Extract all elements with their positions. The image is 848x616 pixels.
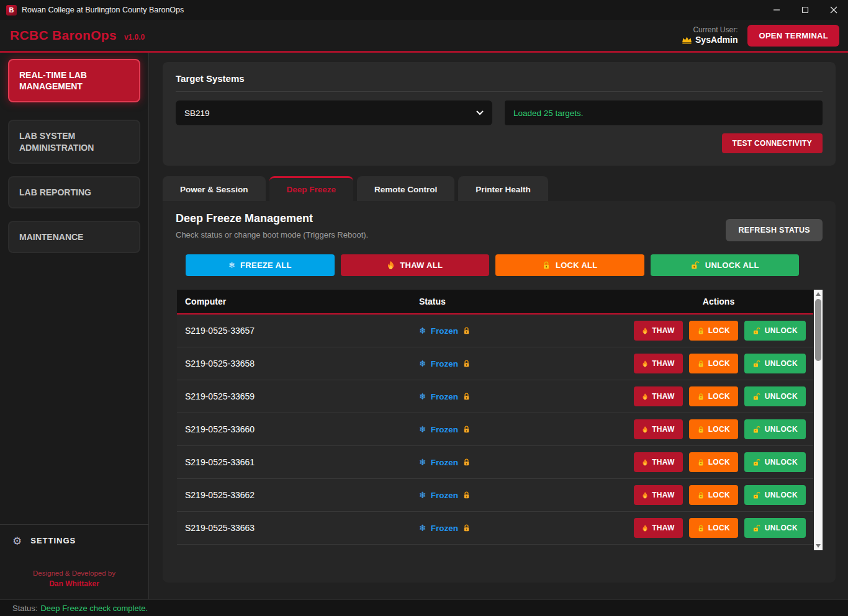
unlock-button[interactable]: UNLOCK	[744, 419, 806, 439]
target-systems-card: Target Systems SB219 Loaded 25 targets. …	[163, 62, 836, 166]
unlock-icon	[752, 327, 761, 335]
minimize-button[interactable]	[762, 0, 791, 20]
column-actions: Actions	[624, 297, 813, 306]
unlock-icon	[752, 524, 761, 532]
lock-icon	[697, 458, 705, 466]
freeze-all-button[interactable]: ❄ FREEZE ALL	[186, 254, 335, 276]
fire-icon	[642, 491, 648, 499]
table-row: S219-0525-33660 ❄ Frozen THAW LOCK UNLOC…	[177, 413, 813, 446]
unlock-button[interactable]: UNLOCK	[744, 485, 806, 505]
sidebar-item-maintenance[interactable]: MAINTENANCE	[8, 221, 140, 253]
thaw-button[interactable]: THAW	[634, 321, 683, 341]
tab-deep-freeze[interactable]: Deep Freeze	[269, 176, 354, 201]
snowflake-icon: ❄	[419, 391, 426, 401]
unlock-icon	[752, 491, 761, 499]
status-cell: ❄ Frozen	[419, 457, 624, 467]
tab-printer-health[interactable]: Printer Health	[458, 176, 548, 201]
main-content: Target Systems SB219 Loaded 25 targets. …	[149, 53, 848, 599]
window-title: Rowan College at Burlington County Baron…	[22, 6, 762, 14]
thaw-all-button[interactable]: THAW ALL	[341, 254, 490, 276]
status-text: Frozen	[431, 359, 458, 368]
sidebar-item-real-time-lab-management[interactable]: REAL-TIME LAB MANAGEMENT	[8, 59, 140, 102]
thaw-button[interactable]: THAW	[634, 518, 683, 538]
snowflake-icon: ❄	[419, 523, 426, 533]
status-cell: ❄ Frozen	[419, 326, 624, 336]
fire-icon	[642, 393, 648, 401]
tab-power-session[interactable]: Power & Session	[163, 176, 266, 201]
fire-icon	[642, 327, 648, 335]
lock-button[interactable]: LOCK	[689, 419, 738, 439]
current-user-name: SysAdmin	[695, 35, 737, 46]
lock-button[interactable]: LOCK	[689, 452, 738, 472]
unlock-button[interactable]: UNLOCK	[744, 386, 806, 406]
unlock-button[interactable]: UNLOCK	[744, 321, 806, 341]
unlock-icon	[690, 261, 700, 270]
app-header: RCBC BaronOps v1.0.0 Current User: SysAd…	[0, 20, 848, 53]
sidebar-item-lab-system-administration[interactable]: LAB SYSTEM ADMINISTRATION	[8, 120, 140, 163]
chevron-down-icon	[476, 110, 484, 115]
target-select-value: SB219	[184, 109, 476, 118]
unlock-icon	[752, 426, 761, 434]
open-terminal-button[interactable]: OPEN TERMINAL	[747, 25, 839, 47]
maximize-icon	[801, 6, 809, 14]
thaw-button[interactable]: THAW	[634, 485, 683, 505]
thaw-button[interactable]: THAW	[634, 386, 683, 406]
scroll-up-icon[interactable]	[814, 290, 823, 298]
scrollbar[interactable]	[814, 290, 823, 550]
lock-button[interactable]: LOCK	[689, 354, 738, 373]
lock-button[interactable]: LOCK	[689, 386, 738, 406]
lock-icon	[542, 261, 551, 270]
refresh-status-button[interactable]: REFRESH STATUS	[726, 219, 823, 241]
thaw-button[interactable]: THAW	[634, 452, 683, 472]
thaw-button[interactable]: THAW	[634, 354, 683, 373]
window-titlebar: B Rowan College at Burlington County Bar…	[0, 0, 848, 20]
fire-icon	[642, 458, 648, 466]
unlock-all-button[interactable]: UNLOCK ALL	[651, 254, 800, 276]
app-logo-icon: B	[6, 5, 17, 16]
thaw-button[interactable]: THAW	[634, 419, 683, 439]
scroll-down-icon[interactable]	[814, 542, 823, 550]
lock-button[interactable]: LOCK	[689, 518, 738, 538]
status-cell: ❄ Frozen	[419, 490, 624, 500]
unlock-button[interactable]: UNLOCK	[744, 518, 806, 538]
settings-label: SETTINGS	[30, 536, 76, 545]
column-computer: Computer	[177, 297, 419, 306]
table-header: Computer Status Actions	[177, 290, 813, 315]
tab-remote-control[interactable]: Remote Control	[357, 176, 454, 201]
sidebar-item-lab-reporting[interactable]: LAB REPORTING	[8, 176, 140, 208]
unlock-button[interactable]: UNLOCK	[744, 452, 806, 472]
deep-freeze-title: Deep Freeze Management	[176, 212, 726, 225]
lock-icon	[697, 360, 705, 368]
status-text: Frozen	[431, 392, 458, 401]
lock-all-button[interactable]: LOCK ALL	[495, 254, 644, 276]
target-select[interactable]: SB219	[176, 100, 492, 125]
computer-name: S219-0525-33658	[177, 359, 419, 368]
close-button[interactable]	[819, 0, 848, 20]
status-message: Deep Freeze check complete.	[40, 604, 148, 613]
status-prefix: Status:	[12, 604, 37, 613]
computer-name: S219-0525-33657	[177, 326, 419, 336]
computer-name: S219-0525-33660	[177, 424, 419, 434]
status-text: Frozen	[431, 458, 458, 467]
lock-icon	[462, 524, 471, 532]
test-connectivity-button[interactable]: TEST CONNECTIVITY	[722, 133, 823, 153]
settings-button[interactable]: ⚙ SETTINGS	[0, 524, 148, 552]
table-row: S219-0525-33661 ❄ Frozen THAW LOCK UNLOC…	[177, 446, 813, 479]
lock-button[interactable]: LOCK	[689, 321, 738, 341]
table-row: S219-0525-33658 ❄ Frozen THAW LOCK UNLOC…	[177, 347, 813, 380]
credits: Designed & Developed by Dan Whittaker	[0, 552, 148, 599]
status-cell: ❄ Frozen	[419, 424, 624, 434]
scrollbar-thumb[interactable]	[815, 299, 821, 361]
target-systems-title: Target Systems	[176, 73, 823, 92]
snowflake-icon: ❄	[419, 359, 426, 368]
computer-name: S219-0525-33659	[177, 391, 419, 401]
lock-button[interactable]: LOCK	[689, 485, 738, 505]
deep-freeze-panel: Deep Freeze Management Check status or c…	[163, 201, 836, 583]
lock-icon	[462, 392, 471, 401]
app-version: v1.0.0	[124, 33, 145, 42]
snowflake-icon: ❄	[419, 457, 426, 467]
unlock-button[interactable]: UNLOCK	[744, 354, 806, 373]
gear-icon: ⚙	[12, 535, 22, 547]
status-text: Frozen	[431, 491, 458, 500]
maximize-button[interactable]	[791, 0, 819, 20]
